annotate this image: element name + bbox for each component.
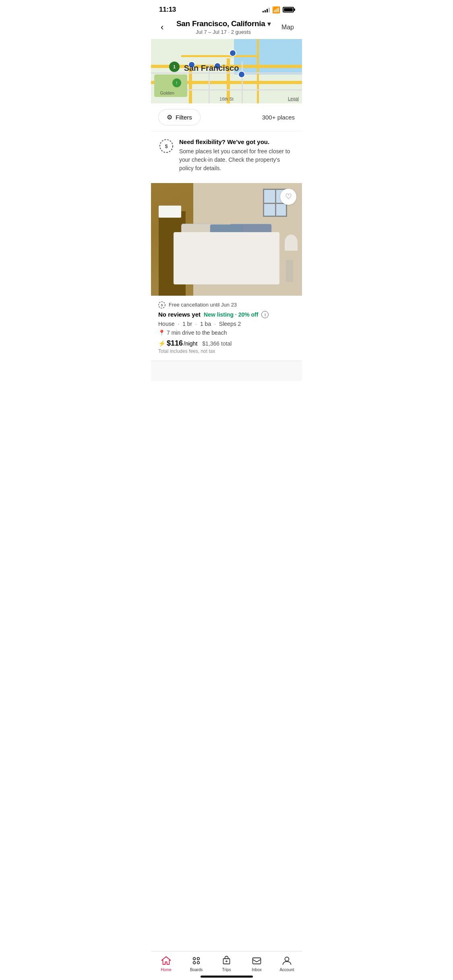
filters-row: ⚙ Filters 300+ places bbox=[151, 103, 302, 131]
places-count: 300+ places bbox=[262, 114, 295, 121]
new-listing-badge: New listing · 20% off bbox=[204, 311, 258, 318]
header: ‹ San Francisco, California ▾ Jul 7 – Ju… bbox=[151, 17, 302, 39]
wifi-icon: 📶 bbox=[272, 6, 280, 14]
peeking-card bbox=[151, 361, 302, 381]
search-summary: Jul 7 – Jul 17 · 2 guests bbox=[165, 29, 281, 35]
listing-card[interactable]: ♡ $ Free cancellation until Jun 23 No re… bbox=[151, 183, 302, 361]
listing-image[interactable]: ♡ bbox=[151, 183, 302, 296]
cancel-text: Free cancellation until Jun 23 bbox=[169, 302, 237, 308]
status-time: 11:13 bbox=[159, 6, 176, 14]
filters-button[interactable]: ⚙ Filters bbox=[158, 109, 201, 126]
free-cancel-icon: $ bbox=[158, 301, 165, 309]
towels-decor bbox=[159, 206, 181, 218]
flex-title: Need flexibility? We've got you. bbox=[179, 138, 294, 146]
back-button[interactable]: ‹ bbox=[159, 21, 165, 34]
no-reviews-label: No reviews yet bbox=[158, 311, 201, 318]
bed-mattress bbox=[174, 232, 279, 284]
price-note: Total includes fees, not tax bbox=[158, 348, 295, 354]
price-row: ⚡ $116 /night $1,366 total bbox=[158, 339, 295, 348]
status-bar: 11:13 📶 bbox=[151, 0, 302, 17]
svg-text:$: $ bbox=[161, 303, 163, 307]
sleeps: Sleeps 2 bbox=[219, 321, 241, 327]
filters-label: Filters bbox=[176, 114, 192, 121]
flexibility-text: Need flexibility? We've got you. Some pl… bbox=[179, 138, 294, 173]
wishlist-button[interactable]: ♡ bbox=[280, 189, 296, 205]
info-icon[interactable]: i bbox=[261, 311, 269, 318]
header-center: San Francisco, California ▾ Jul 7 – Jul … bbox=[165, 19, 281, 35]
property-type: House bbox=[158, 321, 174, 327]
street-label: 16th St bbox=[219, 97, 234, 101]
dropdown-chevron-icon: ▾ bbox=[267, 21, 271, 27]
lamp-shade bbox=[285, 235, 298, 251]
map-button[interactable]: Map bbox=[281, 24, 294, 31]
location-title[interactable]: San Francisco, California ▾ bbox=[165, 19, 281, 28]
park-icon: ↑ bbox=[172, 78, 181, 87]
lamp bbox=[286, 260, 293, 282]
bedrooms: 1 br bbox=[182, 321, 192, 327]
flex-body: Some places let you cancel for free clos… bbox=[179, 147, 294, 173]
battery-icon bbox=[283, 7, 294, 12]
map-view[interactable]: 1 ↑ San Francisco 16th St Golden Legal bbox=[151, 39, 302, 103]
per-night-label: /night bbox=[184, 340, 197, 347]
legal-link[interactable]: Legal bbox=[288, 96, 299, 101]
listing-info: $ Free cancellation until Jun 23 No revi… bbox=[151, 296, 302, 361]
property-details: House · 1 br · 1 ba · Sleeps 2 bbox=[158, 321, 295, 327]
bathrooms: 1 ba bbox=[200, 321, 211, 327]
cancellation-icon: $ bbox=[159, 139, 174, 153]
status-icons: 📶 bbox=[263, 6, 294, 14]
svg-text:$: $ bbox=[165, 143, 168, 149]
filters-icon: ⚙ bbox=[167, 113, 172, 121]
reviews-row: No reviews yet New listing · 20% off i bbox=[158, 311, 295, 318]
price-total: $1,366 total bbox=[202, 340, 232, 347]
highway-badge: 1 bbox=[169, 62, 180, 72]
map-pin bbox=[238, 71, 245, 78]
lightning-icon: ⚡ bbox=[158, 340, 166, 347]
location-text: 7 min drive to the beach bbox=[167, 329, 227, 336]
price-amount: $116 bbox=[167, 339, 183, 348]
flexibility-banner: $ Need flexibility? We've got you. Some … bbox=[151, 131, 302, 181]
price-night: ⚡ $116 /night bbox=[158, 339, 197, 348]
location-pin-icon: 📍 bbox=[158, 329, 165, 336]
location-row: 📍 7 min drive to the beach bbox=[158, 329, 295, 336]
map-city-label: San Francisco bbox=[184, 64, 239, 73]
signal-icon bbox=[263, 7, 270, 12]
golden-label: Golden bbox=[160, 91, 174, 95]
cancel-row: $ Free cancellation until Jun 23 bbox=[158, 301, 295, 309]
map-pin bbox=[229, 49, 236, 57]
